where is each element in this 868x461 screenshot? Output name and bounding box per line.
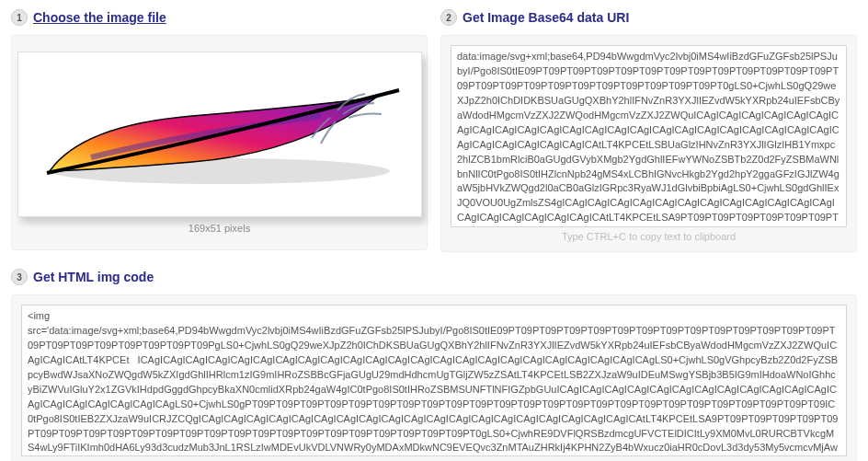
section-title-3: Get HTML img code [33,270,154,284]
img-code-output[interactable] [21,305,847,456]
section-img-code: 3 Get HTML img code Type CTRL+C to copy … [11,269,857,461]
choose-image-link[interactable]: Choose the image file [33,10,166,25]
image-dimensions-caption: 169x51 pixels [188,223,250,234]
step-badge-1: 1 [11,9,28,26]
feather-icon [27,70,413,199]
step-badge-3: 3 [11,269,28,285]
image-preview-panel: 169x51 pixels [11,35,428,250]
section-header-1: 1 Choose the image file [11,9,428,26]
img-code-panel: Type CTRL+C to copy text to clipboard [11,294,857,461]
image-preview [17,52,422,217]
section-data-uri: 2 Get Image Base64 data URI Type CTRL+C … [440,9,857,252]
data-uri-output[interactable] [451,45,847,227]
copy-hint-1: Type CTRL+C to copy text to clipboard [562,231,736,242]
step-badge-2: 2 [440,9,457,26]
section-title-2: Get Image Base64 data URI [463,10,629,25]
section-header-3: 3 Get HTML img code [11,269,857,285]
data-uri-panel: Type CTRL+C to copy text to clipboard [440,35,857,252]
section-choose-image: 1 Choose the image file [11,9,428,252]
section-header-2: 2 Get Image Base64 data URI [440,9,857,26]
